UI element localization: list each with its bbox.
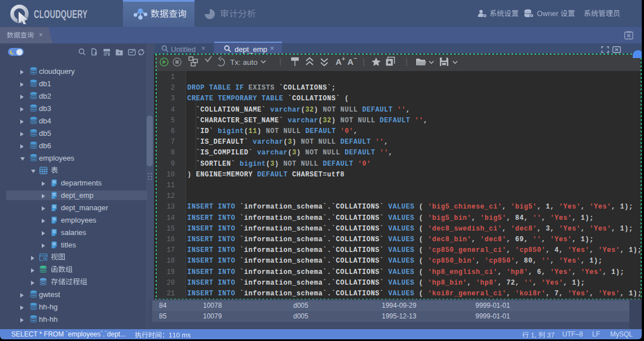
svg-text:A: A	[336, 57, 342, 67]
svg-text:+: +	[342, 56, 345, 62]
svg-text:A: A	[347, 57, 354, 67]
svg-text:Tx: auto: Tx: auto	[230, 58, 258, 67]
svg-text:–: –	[354, 55, 357, 61]
